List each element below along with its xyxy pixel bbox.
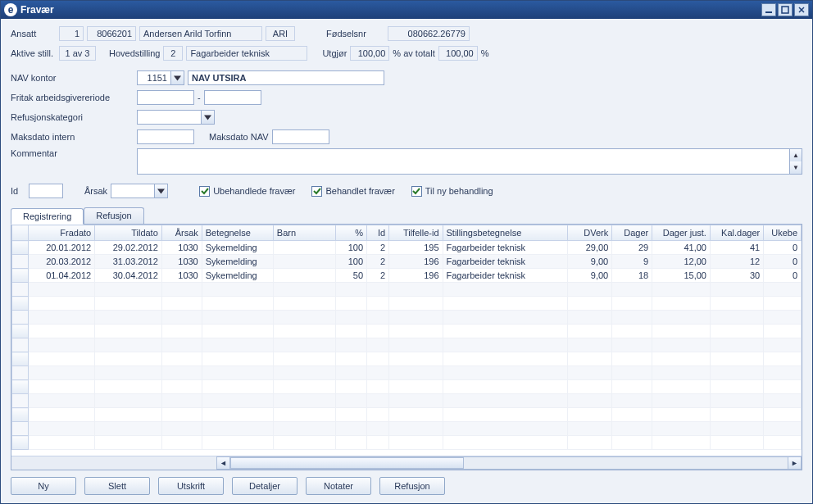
table-row[interactable] — [12, 338, 802, 352]
chevron-down-icon — [154, 184, 167, 198]
data-grid[interactable]: Fradato Tildato Årsak Betegnelse Barn % … — [11, 225, 802, 456]
col-indicator[interactable] — [12, 225, 29, 241]
table-row[interactable]: 20.03.201231.03.20121030Sykemelding10021… — [12, 255, 802, 269]
table-row[interactable] — [12, 311, 802, 325]
grid-panel: Fradato Tildato Årsak Betegnelse Barn % … — [11, 225, 802, 470]
nav-kontor-select[interactable]: 1151 — [137, 70, 184, 85]
detaljer-button[interactable]: Detaljer — [232, 477, 297, 495]
svg-rect-0 — [765, 11, 772, 13]
svg-rect-1 — [782, 7, 788, 13]
window-title: Fravær — [20, 4, 761, 16]
svg-marker-4 — [174, 75, 181, 80]
table-row[interactable] — [12, 283, 802, 297]
table-row[interactable] — [12, 394, 802, 408]
maximize-button[interactable] — [778, 3, 793, 16]
cb-tilny[interactable]: Til ny behandling — [411, 186, 493, 197]
scroll-right-icon[interactable]: ► — [788, 456, 802, 470]
refusjon-select[interactable] — [137, 110, 215, 125]
pct-total-label: % av totalt — [393, 48, 434, 58]
col-kaldager[interactable]: Kal.dager — [710, 225, 763, 241]
hovedstilling-label: Hovedstilling — [109, 48, 160, 58]
tab-registrering[interactable]: Registrering — [11, 208, 84, 225]
col-arsak[interactable]: Årsak — [161, 225, 202, 241]
horizontal-scrollbar[interactable]: ◄ ► — [11, 456, 802, 470]
spin-down-icon[interactable]: ▼ — [790, 161, 802, 174]
table-row[interactable] — [12, 366, 802, 380]
table-row[interactable] — [12, 408, 802, 422]
col-tildato[interactable]: Tildato — [95, 225, 162, 241]
chevron-down-icon — [201, 111, 214, 124]
button-bar: Ny Slett Utskrift Detaljer Notater Refus… — [11, 477, 802, 495]
ny-button[interactable]: Ny — [11, 477, 76, 495]
fritak-to[interactable] — [204, 90, 261, 105]
slett-button[interactable]: Slett — [84, 477, 150, 495]
table-row[interactable]: 20.01.201229.02.20121030Sykemelding10021… — [12, 241, 802, 255]
col-ukebel[interactable]: Ukebe — [764, 225, 802, 241]
app-window: e Fravær Ansatt 1 8066201 Andersen Arild… — [0, 0, 813, 504]
notater-button[interactable]: Notater — [306, 477, 371, 495]
table-row[interactable] — [12, 436, 802, 450]
cb-ubehandlede[interactable]: Ubehandlede fravær — [199, 186, 295, 197]
maksdato-nav-input[interactable] — [272, 129, 329, 144]
scroll-thumb[interactable] — [230, 457, 464, 469]
minimize-button[interactable] — [761, 3, 776, 16]
nav-kontor-code: 1151 — [138, 73, 170, 83]
col-barn[interactable]: Barn — [273, 225, 335, 241]
fritak-sep: - — [198, 93, 201, 102]
table-row[interactable] — [12, 352, 802, 366]
col-tilfelle[interactable]: Tilfelle-id — [389, 225, 443, 241]
id-label: Id — [11, 186, 25, 196]
col-dagerjust[interactable]: Dager just. — [652, 225, 711, 241]
kommentar-spinner[interactable]: ▲ ▼ — [790, 148, 802, 175]
cb-behandlet[interactable]: Behandlet fravær — [311, 186, 394, 197]
fritak-label: Fritak arbeidsgivereriode — [11, 93, 134, 102]
hovedstilling-name: Fagarbeider teknisk — [186, 46, 307, 61]
utgjor-value: 100,00 — [350, 46, 389, 61]
maksdato-intern-input[interactable] — [137, 129, 194, 144]
col-stilling[interactable]: Stillingsbetegnelse — [443, 225, 567, 241]
chevron-down-icon — [170, 71, 184, 84]
table-row[interactable] — [12, 380, 802, 394]
scroll-left-icon[interactable]: ◄ — [216, 456, 230, 470]
svg-marker-5 — [204, 115, 211, 120]
nav-kontor-name[interactable] — [188, 70, 384, 85]
utgjor-label: Utgjør — [322, 48, 347, 58]
ansatt-id: 1 — [59, 26, 84, 41]
titlebar[interactable]: e Fravær — [1, 1, 812, 19]
content-area: Ansatt 1 8066201 Andersen Arild Torfinn … — [1, 19, 812, 503]
ansatt-label: Ansatt — [11, 29, 56, 39]
aktive-label: Aktive still. — [11, 48, 56, 58]
cb-behandlet-label: Behandlet fravær — [325, 186, 394, 196]
arsak-select[interactable] — [111, 184, 168, 198]
grid-header-row: Fradato Tildato Årsak Betegnelse Barn % … — [12, 225, 802, 241]
col-pct[interactable]: % — [335, 225, 366, 241]
col-dager[interactable]: Dager — [612, 225, 652, 241]
col-fradato[interactable]: Fradato — [28, 225, 95, 241]
table-row[interactable] — [12, 325, 802, 338]
cb-ubehandlede-label: Ubehandlede fravær — [213, 186, 295, 196]
cb-tilny-label: Til ny behandling — [425, 186, 493, 196]
aktive-value: 1 av 3 — [59, 46, 96, 61]
fodselsnr-value: 080662.26779 — [388, 26, 470, 41]
table-row[interactable] — [12, 422, 802, 436]
col-betegnelse[interactable]: Betegnelse — [202, 225, 273, 241]
tab-refusjon[interactable]: Refusjon — [84, 207, 143, 224]
svg-marker-6 — [157, 188, 165, 193]
fritak-from[interactable] — [137, 90, 194, 105]
refusjon-button[interactable]: Refusjon — [379, 477, 445, 495]
kommentar-input[interactable] — [137, 148, 790, 175]
table-row[interactable] — [12, 297, 802, 311]
kommentar-label: Kommentar — [11, 148, 134, 158]
refusjon-label: Refusjonskategori — [11, 112, 134, 122]
app-icon: e — [4, 3, 17, 16]
maksdato-intern-label: Maksdato intern — [11, 132, 134, 142]
col-id[interactable]: Id — [367, 225, 389, 241]
id-input[interactable] — [29, 184, 63, 198]
arsak-label: Årsak — [84, 186, 107, 196]
table-row[interactable]: 01.04.201230.04.20121030Sykemelding50219… — [12, 269, 802, 283]
col-dverk[interactable]: DVerk — [567, 225, 611, 241]
spin-up-icon[interactable]: ▲ — [790, 149, 802, 161]
utskrift-button[interactable]: Utskrift — [158, 477, 224, 495]
pct-sign: % — [481, 48, 489, 58]
close-button[interactable] — [794, 3, 809, 16]
